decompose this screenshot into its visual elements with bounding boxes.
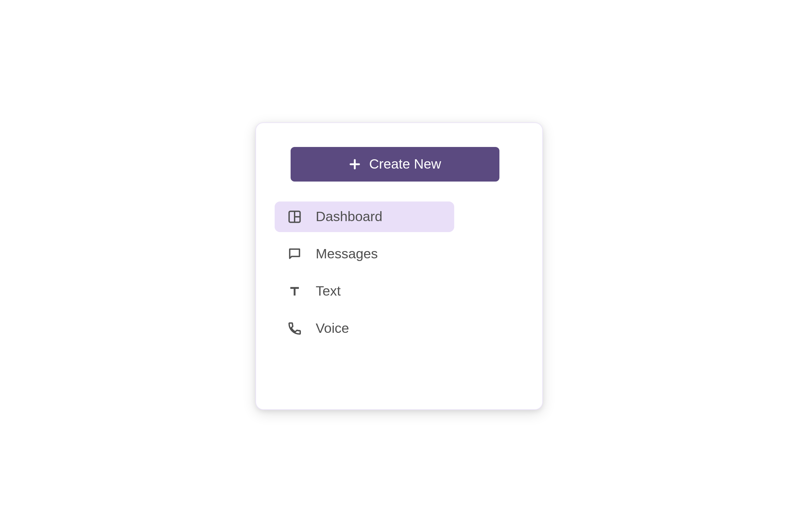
sidebar-item-label: Dashboard: [316, 209, 383, 225]
sidebar-panel: Create New Dashboard Messages: [255, 122, 543, 410]
sidebar-nav: Dashboard Messages Text: [274, 202, 524, 344]
text-icon: [287, 283, 303, 299]
sidebar-item-label: Voice: [316, 321, 349, 336]
sidebar-item-dashboard[interactable]: Dashboard: [274, 202, 454, 232]
create-new-label: Create New: [369, 156, 441, 172]
phone-icon: [287, 321, 303, 337]
create-new-button[interactable]: Create New: [291, 147, 499, 182]
messages-icon: [287, 246, 303, 262]
sidebar-item-label: Messages: [316, 246, 378, 262]
sidebar-item-label: Text: [316, 283, 341, 299]
sidebar-item-text[interactable]: Text: [274, 276, 454, 307]
plus-icon: [348, 158, 361, 171]
sidebar-item-messages[interactable]: Messages: [274, 239, 454, 269]
sidebar-item-voice[interactable]: Voice: [274, 313, 454, 344]
dashboard-icon: [287, 209, 303, 225]
